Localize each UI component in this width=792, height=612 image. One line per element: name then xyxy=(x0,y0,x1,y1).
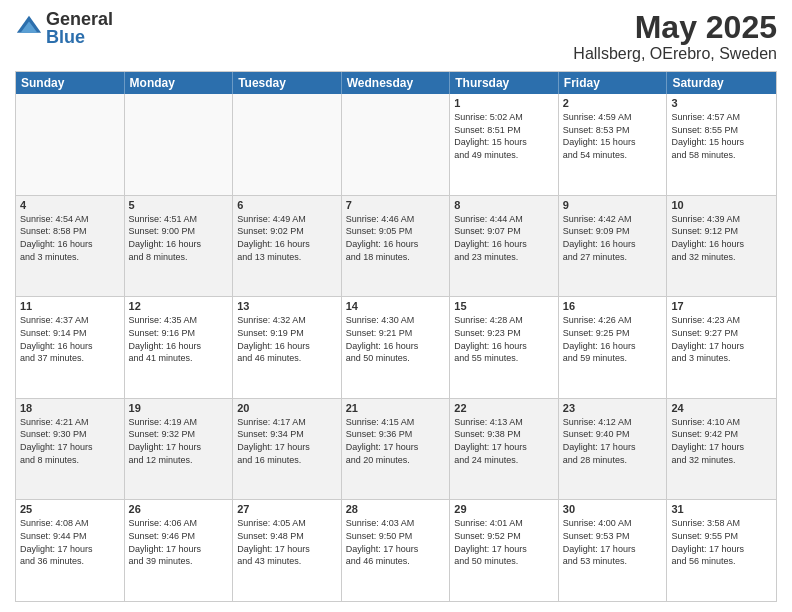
calendar-cell: 22Sunrise: 4:13 AMSunset: 9:38 PMDayligh… xyxy=(450,399,559,500)
title-block: May 2025 Hallsberg, OErebro, Sweden xyxy=(573,10,777,63)
calendar-day-header: Sunday xyxy=(16,72,125,94)
day-number: 20 xyxy=(237,402,337,414)
calendar-cell: 6Sunrise: 4:49 AMSunset: 9:02 PMDaylight… xyxy=(233,196,342,297)
main-title: May 2025 xyxy=(573,10,777,45)
day-info: Sunrise: 4:21 AMSunset: 9:30 PMDaylight:… xyxy=(20,416,120,466)
day-info: Sunrise: 5:02 AMSunset: 8:51 PMDaylight:… xyxy=(454,111,554,161)
calendar-cell: 13Sunrise: 4:32 AMSunset: 9:19 PMDayligh… xyxy=(233,297,342,398)
day-info: Sunrise: 4:15 AMSunset: 9:36 PMDaylight:… xyxy=(346,416,446,466)
calendar-cell: 19Sunrise: 4:19 AMSunset: 9:32 PMDayligh… xyxy=(125,399,234,500)
day-info: Sunrise: 4:23 AMSunset: 9:27 PMDaylight:… xyxy=(671,314,772,364)
day-info: Sunrise: 4:08 AMSunset: 9:44 PMDaylight:… xyxy=(20,517,120,567)
day-number: 18 xyxy=(20,402,120,414)
calendar-cell: 14Sunrise: 4:30 AMSunset: 9:21 PMDayligh… xyxy=(342,297,451,398)
day-info: Sunrise: 4:39 AMSunset: 9:12 PMDaylight:… xyxy=(671,213,772,263)
page: General Blue May 2025 Hallsberg, OErebro… xyxy=(0,0,792,612)
day-info: Sunrise: 4:59 AMSunset: 8:53 PMDaylight:… xyxy=(563,111,663,161)
calendar-day-header: Saturday xyxy=(667,72,776,94)
day-number: 24 xyxy=(671,402,772,414)
day-info: Sunrise: 3:58 AMSunset: 9:55 PMDaylight:… xyxy=(671,517,772,567)
calendar-cell: 17Sunrise: 4:23 AMSunset: 9:27 PMDayligh… xyxy=(667,297,776,398)
logo-text: General Blue xyxy=(46,10,113,46)
day-number: 10 xyxy=(671,199,772,211)
calendar-cell: 24Sunrise: 4:10 AMSunset: 9:42 PMDayligh… xyxy=(667,399,776,500)
calendar-cell: 26Sunrise: 4:06 AMSunset: 9:46 PMDayligh… xyxy=(125,500,234,601)
day-number: 26 xyxy=(129,503,229,515)
day-info: Sunrise: 4:46 AMSunset: 9:05 PMDaylight:… xyxy=(346,213,446,263)
calendar-day-header: Friday xyxy=(559,72,668,94)
calendar-cell: 3Sunrise: 4:57 AMSunset: 8:55 PMDaylight… xyxy=(667,94,776,195)
calendar-day-header: Wednesday xyxy=(342,72,451,94)
calendar-row: 4Sunrise: 4:54 AMSunset: 8:58 PMDaylight… xyxy=(16,196,776,298)
day-number: 7 xyxy=(346,199,446,211)
calendar-cell xyxy=(125,94,234,195)
calendar-cell: 2Sunrise: 4:59 AMSunset: 8:53 PMDaylight… xyxy=(559,94,668,195)
calendar-body: 1Sunrise: 5:02 AMSunset: 8:51 PMDaylight… xyxy=(16,94,776,601)
calendar-cell: 11Sunrise: 4:37 AMSunset: 9:14 PMDayligh… xyxy=(16,297,125,398)
calendar-cell: 1Sunrise: 5:02 AMSunset: 8:51 PMDaylight… xyxy=(450,94,559,195)
calendar-cell: 21Sunrise: 4:15 AMSunset: 9:36 PMDayligh… xyxy=(342,399,451,500)
day-number: 3 xyxy=(671,97,772,109)
day-info: Sunrise: 4:37 AMSunset: 9:14 PMDaylight:… xyxy=(20,314,120,364)
day-number: 13 xyxy=(237,300,337,312)
calendar-cell: 28Sunrise: 4:03 AMSunset: 9:50 PMDayligh… xyxy=(342,500,451,601)
calendar-cell xyxy=(233,94,342,195)
calendar-cell: 27Sunrise: 4:05 AMSunset: 9:48 PMDayligh… xyxy=(233,500,342,601)
calendar-cell: 5Sunrise: 4:51 AMSunset: 9:00 PMDaylight… xyxy=(125,196,234,297)
day-number: 27 xyxy=(237,503,337,515)
calendar-cell: 23Sunrise: 4:12 AMSunset: 9:40 PMDayligh… xyxy=(559,399,668,500)
subtitle: Hallsberg, OErebro, Sweden xyxy=(573,45,777,63)
calendar-cell xyxy=(342,94,451,195)
day-number: 4 xyxy=(20,199,120,211)
day-number: 5 xyxy=(129,199,229,211)
day-number: 9 xyxy=(563,199,663,211)
day-info: Sunrise: 4:35 AMSunset: 9:16 PMDaylight:… xyxy=(129,314,229,364)
day-number: 23 xyxy=(563,402,663,414)
logo: General Blue xyxy=(15,10,113,46)
day-number: 12 xyxy=(129,300,229,312)
day-info: Sunrise: 4:44 AMSunset: 9:07 PMDaylight:… xyxy=(454,213,554,263)
day-info: Sunrise: 4:17 AMSunset: 9:34 PMDaylight:… xyxy=(237,416,337,466)
day-info: Sunrise: 4:54 AMSunset: 8:58 PMDaylight:… xyxy=(20,213,120,263)
day-info: Sunrise: 4:19 AMSunset: 9:32 PMDaylight:… xyxy=(129,416,229,466)
day-number: 6 xyxy=(237,199,337,211)
calendar-row: 25Sunrise: 4:08 AMSunset: 9:44 PMDayligh… xyxy=(16,500,776,601)
day-info: Sunrise: 4:30 AMSunset: 9:21 PMDaylight:… xyxy=(346,314,446,364)
calendar-cell: 25Sunrise: 4:08 AMSunset: 9:44 PMDayligh… xyxy=(16,500,125,601)
calendar-row: 1Sunrise: 5:02 AMSunset: 8:51 PMDaylight… xyxy=(16,94,776,196)
calendar-cell: 31Sunrise: 3:58 AMSunset: 9:55 PMDayligh… xyxy=(667,500,776,601)
calendar-cell: 7Sunrise: 4:46 AMSunset: 9:05 PMDaylight… xyxy=(342,196,451,297)
calendar-header: SundayMondayTuesdayWednesdayThursdayFrid… xyxy=(16,72,776,94)
calendar-day-header: Tuesday xyxy=(233,72,342,94)
day-number: 17 xyxy=(671,300,772,312)
day-number: 29 xyxy=(454,503,554,515)
calendar-cell: 12Sunrise: 4:35 AMSunset: 9:16 PMDayligh… xyxy=(125,297,234,398)
day-number: 8 xyxy=(454,199,554,211)
calendar-cell: 10Sunrise: 4:39 AMSunset: 9:12 PMDayligh… xyxy=(667,196,776,297)
day-info: Sunrise: 4:03 AMSunset: 9:50 PMDaylight:… xyxy=(346,517,446,567)
day-info: Sunrise: 4:10 AMSunset: 9:42 PMDaylight:… xyxy=(671,416,772,466)
day-info: Sunrise: 4:12 AMSunset: 9:40 PMDaylight:… xyxy=(563,416,663,466)
day-info: Sunrise: 4:13 AMSunset: 9:38 PMDaylight:… xyxy=(454,416,554,466)
calendar-row: 11Sunrise: 4:37 AMSunset: 9:14 PMDayligh… xyxy=(16,297,776,399)
day-number: 25 xyxy=(20,503,120,515)
day-number: 2 xyxy=(563,97,663,109)
calendar-cell: 30Sunrise: 4:00 AMSunset: 9:53 PMDayligh… xyxy=(559,500,668,601)
logo-general: General xyxy=(46,10,113,28)
day-number: 30 xyxy=(563,503,663,515)
day-info: Sunrise: 4:01 AMSunset: 9:52 PMDaylight:… xyxy=(454,517,554,567)
day-number: 14 xyxy=(346,300,446,312)
day-info: Sunrise: 4:49 AMSunset: 9:02 PMDaylight:… xyxy=(237,213,337,263)
calendar-day-header: Monday xyxy=(125,72,234,94)
calendar-row: 18Sunrise: 4:21 AMSunset: 9:30 PMDayligh… xyxy=(16,399,776,501)
calendar-cell xyxy=(16,94,125,195)
calendar-cell: 29Sunrise: 4:01 AMSunset: 9:52 PMDayligh… xyxy=(450,500,559,601)
calendar-cell: 9Sunrise: 4:42 AMSunset: 9:09 PMDaylight… xyxy=(559,196,668,297)
day-info: Sunrise: 4:51 AMSunset: 9:00 PMDaylight:… xyxy=(129,213,229,263)
calendar-cell: 4Sunrise: 4:54 AMSunset: 8:58 PMDaylight… xyxy=(16,196,125,297)
day-info: Sunrise: 4:00 AMSunset: 9:53 PMDaylight:… xyxy=(563,517,663,567)
calendar-cell: 20Sunrise: 4:17 AMSunset: 9:34 PMDayligh… xyxy=(233,399,342,500)
day-number: 15 xyxy=(454,300,554,312)
day-number: 1 xyxy=(454,97,554,109)
day-number: 31 xyxy=(671,503,772,515)
